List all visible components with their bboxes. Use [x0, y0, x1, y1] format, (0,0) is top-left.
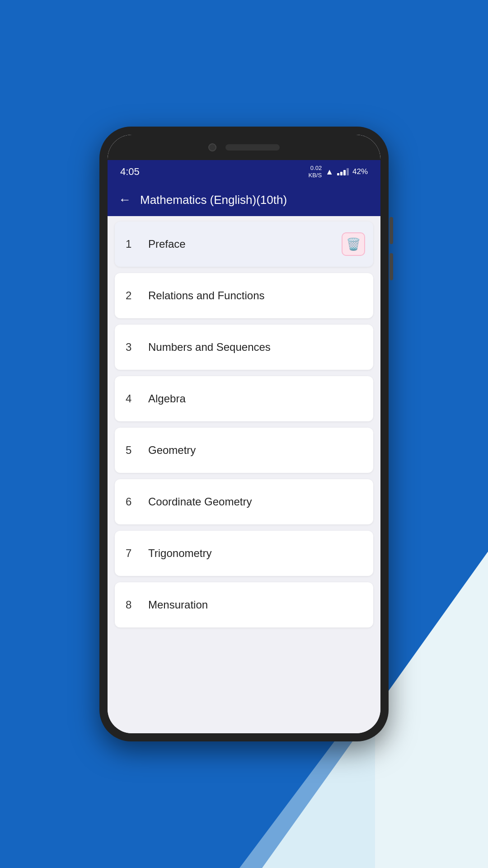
- list-item[interactable]: 5 Geometry: [115, 428, 373, 473]
- status-bar: 4:05 0.02KB/S ▲ 42%: [108, 160, 380, 184]
- wifi-icon: ▲: [325, 167, 333, 177]
- front-camera: [208, 143, 216, 151]
- list-item[interactable]: 7 Trigonometry: [115, 531, 373, 576]
- item-number: 6: [126, 495, 148, 508]
- back-button[interactable]: ←: [118, 193, 131, 207]
- item-title: Numbers and Sequences: [148, 341, 362, 354]
- item-title: Relations and Functions: [148, 289, 362, 302]
- status-icons: 0.02KB/S ▲ 42%: [309, 165, 368, 179]
- list-item[interactable]: 6 Coordinate Geometry: [115, 479, 373, 524]
- phone-frame: 4:05 0.02KB/S ▲ 42% ← Mathematics (Engli…: [99, 127, 389, 741]
- signal-icon: [337, 168, 349, 175]
- phone-top-notch: [108, 135, 380, 160]
- item-number: 1: [126, 238, 148, 250]
- status-time: 4:05: [120, 166, 140, 178]
- vol-up: [389, 217, 393, 244]
- list-item[interactable]: 2 Relations and Functions: [115, 273, 373, 318]
- list-item[interactable]: 8 Mensuration: [115, 582, 373, 627]
- item-number: 5: [126, 444, 148, 457]
- item-title: Trigonometry: [148, 547, 362, 560]
- list-item[interactable]: 4 Algebra: [115, 376, 373, 421]
- list-item[interactable]: 1 Preface 🗑️: [115, 222, 373, 267]
- item-title: Geometry: [148, 444, 362, 457]
- speaker-grille: [225, 144, 280, 151]
- item-number: 3: [126, 341, 148, 354]
- item-number: 4: [126, 392, 148, 405]
- volume-buttons: [389, 217, 393, 280]
- item-number: 2: [126, 289, 148, 302]
- item-title: Preface: [148, 238, 362, 250]
- item-number: 8: [126, 599, 148, 611]
- chapter-list: 1 Preface 🗑️ 2 Relations and Functions 3…: [108, 216, 380, 733]
- vol-down: [389, 253, 393, 280]
- item-title: Algebra: [148, 392, 362, 405]
- item-title: Mensuration: [148, 599, 362, 611]
- item-number: 7: [126, 547, 148, 560]
- list-item[interactable]: 3 Numbers and Sequences: [115, 325, 373, 370]
- item-title: Coordinate Geometry: [148, 495, 362, 508]
- delete-button[interactable]: 🗑️: [342, 232, 365, 256]
- battery-indicator: 42%: [352, 167, 368, 176]
- app-title: Mathematics (English)(10th): [140, 193, 287, 207]
- kb-status: 0.02KB/S: [309, 165, 322, 179]
- phone-screen: 4:05 0.02KB/S ▲ 42% ← Mathematics (Engli…: [108, 135, 380, 733]
- app-bar: ← Mathematics (English)(10th): [108, 184, 380, 216]
